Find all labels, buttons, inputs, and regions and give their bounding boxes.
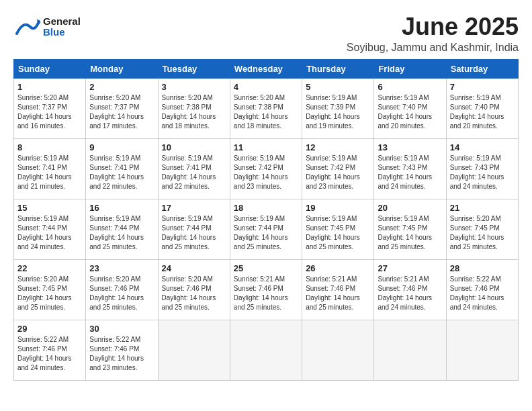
day-number: 9 <box>89 142 154 152</box>
col-sunday: Sunday <box>14 59 86 78</box>
calendar-cell: 7 Sunrise: 5:19 AMSunset: 7:40 PMDayligh… <box>446 78 518 138</box>
cell-info: Sunrise: 5:19 AMSunset: 7:42 PMDaylight:… <box>306 154 360 190</box>
calendar-week-row: 22 Sunrise: 5:20 AMSunset: 7:45 PMDaylig… <box>14 259 519 320</box>
calendar-cell: 11 Sunrise: 5:19 AMSunset: 7:42 PMDaylig… <box>230 138 302 199</box>
title-block: June 2025 Soyibug, Jammu and Kashmir, In… <box>347 13 519 54</box>
cell-info: Sunrise: 5:19 AMSunset: 7:40 PMDaylight:… <box>378 94 432 130</box>
day-number: 5 <box>306 82 370 92</box>
cell-info: Sunrise: 5:20 AMSunset: 7:37 PMDaylight:… <box>17 94 72 130</box>
cell-info: Sunrise: 5:19 AMSunset: 7:42 PMDaylight:… <box>234 154 288 190</box>
calendar-cell: 22 Sunrise: 5:20 AMSunset: 7:45 PMDaylig… <box>14 259 86 320</box>
cell-info: Sunrise: 5:19 AMSunset: 7:41 PMDaylight:… <box>89 154 144 190</box>
cell-info: Sunrise: 5:20 AMSunset: 7:46 PMDaylight:… <box>162 275 216 311</box>
logo-general-text: General <box>43 16 81 28</box>
day-number: 14 <box>450 142 515 152</box>
calendar-cell: 29 Sunrise: 5:22 AMSunset: 7:46 PMDaylig… <box>14 320 86 380</box>
cell-info: Sunrise: 5:21 AMSunset: 7:46 PMDaylight:… <box>378 275 432 311</box>
day-number: 23 <box>89 263 154 273</box>
cell-info: Sunrise: 5:19 AMSunset: 7:44 PMDaylight:… <box>17 215 72 250</box>
col-thursday: Thursday <box>302 59 374 78</box>
cell-info: Sunrise: 5:20 AMSunset: 7:38 PMDaylight:… <box>162 94 216 130</box>
cell-info: Sunrise: 5:19 AMSunset: 7:43 PMDaylight:… <box>378 154 432 190</box>
cell-info: Sunrise: 5:21 AMSunset: 7:46 PMDaylight:… <box>234 275 288 311</box>
calendar-cell <box>302 320 374 380</box>
cell-info: Sunrise: 5:19 AMSunset: 7:39 PMDaylight:… <box>306 94 360 130</box>
cell-info: Sunrise: 5:19 AMSunset: 7:45 PMDaylight:… <box>378 215 432 250</box>
calendar-cell: 25 Sunrise: 5:21 AMSunset: 7:46 PMDaylig… <box>230 259 302 320</box>
day-number: 13 <box>378 142 442 152</box>
day-number: 21 <box>450 203 515 213</box>
logo-blue-text: Blue <box>43 27 81 38</box>
page-header: General Blue June 2025 Soyibug, Jammu an… <box>13 13 519 54</box>
calendar-cell: 8 Sunrise: 5:19 AMSunset: 7:41 PMDayligh… <box>14 138 86 199</box>
calendar-cell: 13 Sunrise: 5:19 AMSunset: 7:43 PMDaylig… <box>374 138 446 199</box>
calendar-cell: 15 Sunrise: 5:19 AMSunset: 7:44 PMDaylig… <box>14 199 86 259</box>
cell-info: Sunrise: 5:19 AMSunset: 7:44 PMDaylight:… <box>89 215 144 250</box>
cell-info: Sunrise: 5:20 AMSunset: 7:45 PMDaylight:… <box>450 215 504 250</box>
day-number: 3 <box>162 82 226 92</box>
cell-info: Sunrise: 5:19 AMSunset: 7:43 PMDaylight:… <box>450 154 504 190</box>
calendar-cell: 9 Sunrise: 5:19 AMSunset: 7:41 PMDayligh… <box>86 138 158 199</box>
calendar-cell: 12 Sunrise: 5:19 AMSunset: 7:42 PMDaylig… <box>302 138 374 199</box>
calendar-cell: 4 Sunrise: 5:20 AMSunset: 7:38 PMDayligh… <box>230 78 302 138</box>
calendar-week-row: 29 Sunrise: 5:22 AMSunset: 7:46 PMDaylig… <box>14 320 519 380</box>
calendar-cell: 17 Sunrise: 5:19 AMSunset: 7:44 PMDaylig… <box>158 199 230 259</box>
calendar-week-row: 8 Sunrise: 5:19 AMSunset: 7:41 PMDayligh… <box>14 138 519 199</box>
cell-info: Sunrise: 5:21 AMSunset: 7:46 PMDaylight:… <box>306 275 360 311</box>
month-title: June 2025 <box>347 13 519 40</box>
day-number: 8 <box>17 142 82 152</box>
day-number: 19 <box>306 203 370 213</box>
calendar-cell <box>158 320 230 380</box>
day-number: 4 <box>234 82 298 92</box>
col-friday: Friday <box>374 59 446 78</box>
calendar-cell: 5 Sunrise: 5:19 AMSunset: 7:39 PMDayligh… <box>302 78 374 138</box>
calendar-header-row: Sunday Monday Tuesday Wednesday Thursday… <box>14 59 519 78</box>
logo: General Blue <box>13 13 81 40</box>
day-number: 11 <box>234 142 298 152</box>
calendar-cell: 30 Sunrise: 5:22 AMSunset: 7:46 PMDaylig… <box>86 320 158 380</box>
calendar-cell: 2 Sunrise: 5:20 AMSunset: 7:37 PMDayligh… <box>86 78 158 138</box>
logo-label: General Blue <box>43 16 81 38</box>
col-wednesday: Wednesday <box>230 59 302 78</box>
calendar-cell: 26 Sunrise: 5:21 AMSunset: 7:46 PMDaylig… <box>302 259 374 320</box>
calendar-cell: 18 Sunrise: 5:19 AMSunset: 7:44 PMDaylig… <box>230 199 302 259</box>
cell-info: Sunrise: 5:20 AMSunset: 7:38 PMDaylight:… <box>234 94 288 130</box>
cell-info: Sunrise: 5:19 AMSunset: 7:41 PMDaylight:… <box>17 154 72 190</box>
location: Soyibug, Jammu and Kashmir, India <box>347 42 519 54</box>
col-tuesday: Tuesday <box>158 59 230 78</box>
day-number: 20 <box>378 203 442 213</box>
day-number: 30 <box>89 324 154 334</box>
day-number: 17 <box>162 203 226 213</box>
calendar-cell: 14 Sunrise: 5:19 AMSunset: 7:43 PMDaylig… <box>446 138 518 199</box>
day-number: 7 <box>450 82 515 92</box>
day-number: 29 <box>17 324 82 334</box>
cell-info: Sunrise: 5:20 AMSunset: 7:46 PMDaylight:… <box>89 275 144 311</box>
day-number: 2 <box>89 82 154 92</box>
calendar-cell: 27 Sunrise: 5:21 AMSunset: 7:46 PMDaylig… <box>374 259 446 320</box>
calendar-cell: 23 Sunrise: 5:20 AMSunset: 7:46 PMDaylig… <box>86 259 158 320</box>
calendar-table: Sunday Monday Tuesday Wednesday Thursday… <box>13 59 519 381</box>
cell-info: Sunrise: 5:19 AMSunset: 7:44 PMDaylight:… <box>234 215 288 250</box>
calendar-cell: 24 Sunrise: 5:20 AMSunset: 7:46 PMDaylig… <box>158 259 230 320</box>
cell-info: Sunrise: 5:19 AMSunset: 7:44 PMDaylight:… <box>162 215 216 250</box>
day-number: 12 <box>306 142 370 152</box>
calendar-cell: 20 Sunrise: 5:19 AMSunset: 7:45 PMDaylig… <box>374 199 446 259</box>
calendar-cell: 10 Sunrise: 5:19 AMSunset: 7:41 PMDaylig… <box>158 138 230 199</box>
cell-info: Sunrise: 5:22 AMSunset: 7:46 PMDaylight:… <box>17 336 72 371</box>
cell-info: Sunrise: 5:20 AMSunset: 7:45 PMDaylight:… <box>17 275 72 311</box>
day-number: 24 <box>162 263 226 273</box>
day-number: 16 <box>89 203 154 213</box>
day-number: 10 <box>162 142 226 152</box>
col-saturday: Saturday <box>446 59 518 78</box>
col-monday: Monday <box>86 59 158 78</box>
cell-info: Sunrise: 5:19 AMSunset: 7:41 PMDaylight:… <box>162 154 216 190</box>
day-number: 22 <box>17 263 82 273</box>
day-number: 18 <box>234 203 298 213</box>
cell-info: Sunrise: 5:19 AMSunset: 7:40 PMDaylight:… <box>450 94 504 130</box>
day-number: 28 <box>450 263 515 273</box>
logo-icon <box>13 13 40 40</box>
cell-info: Sunrise: 5:20 AMSunset: 7:37 PMDaylight:… <box>89 94 144 130</box>
calendar-cell: 3 Sunrise: 5:20 AMSunset: 7:38 PMDayligh… <box>158 78 230 138</box>
calendar-cell: 16 Sunrise: 5:19 AMSunset: 7:44 PMDaylig… <box>86 199 158 259</box>
day-number: 6 <box>378 82 442 92</box>
